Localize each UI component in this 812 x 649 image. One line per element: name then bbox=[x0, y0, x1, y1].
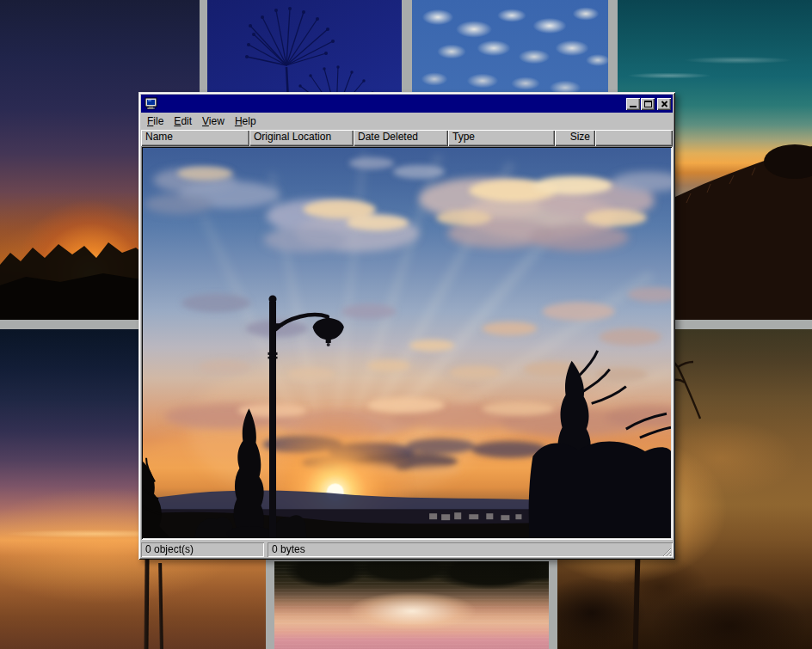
minimize-icon bbox=[630, 106, 637, 107]
column-header-size[interactable]: Size bbox=[555, 130, 595, 146]
water-pole bbox=[158, 563, 163, 649]
close-icon bbox=[661, 101, 668, 107]
title-bar[interactable] bbox=[141, 95, 673, 113]
minimize-button[interactable] bbox=[626, 98, 640, 110]
menu-help[interactable]: Help bbox=[230, 113, 261, 130]
column-header-date-deleted[interactable]: Date Deleted bbox=[354, 130, 448, 146]
status-bar: 0 object(s) 0 bytes bbox=[141, 542, 673, 557]
maximize-icon bbox=[644, 101, 652, 107]
menu-edit[interactable]: Edit bbox=[169, 113, 197, 130]
column-header-type[interactable]: Type bbox=[448, 130, 555, 146]
column-header-row: Name Original Location Date Deleted Type… bbox=[141, 130, 673, 146]
wallpaper-photo-water-reflection bbox=[274, 561, 549, 649]
resize-grip[interactable] bbox=[661, 545, 672, 556]
window-controls bbox=[626, 98, 671, 110]
status-byte-count: 0 bytes bbox=[268, 542, 673, 557]
water-pole bbox=[144, 557, 149, 649]
pier-pole bbox=[633, 560, 641, 649]
menu-file[interactable]: File bbox=[142, 113, 169, 130]
recycle-bin-window: File Edit View Help Name Original Locati… bbox=[138, 92, 675, 560]
computer-icon bbox=[145, 97, 158, 111]
maximize-button[interactable] bbox=[641, 98, 655, 110]
menu-bar: File Edit View Help bbox=[141, 113, 673, 130]
column-header-name[interactable]: Name bbox=[141, 130, 249, 146]
file-list-area[interactable] bbox=[141, 146, 673, 540]
status-object-count: 0 object(s) bbox=[141, 542, 264, 557]
column-header-original-location[interactable]: Original Location bbox=[249, 130, 354, 146]
column-header-filler bbox=[595, 130, 673, 146]
menu-view[interactable]: View bbox=[197, 113, 230, 130]
sunset-streetlamp-photo bbox=[143, 148, 671, 538]
close-button[interactable] bbox=[657, 98, 671, 110]
